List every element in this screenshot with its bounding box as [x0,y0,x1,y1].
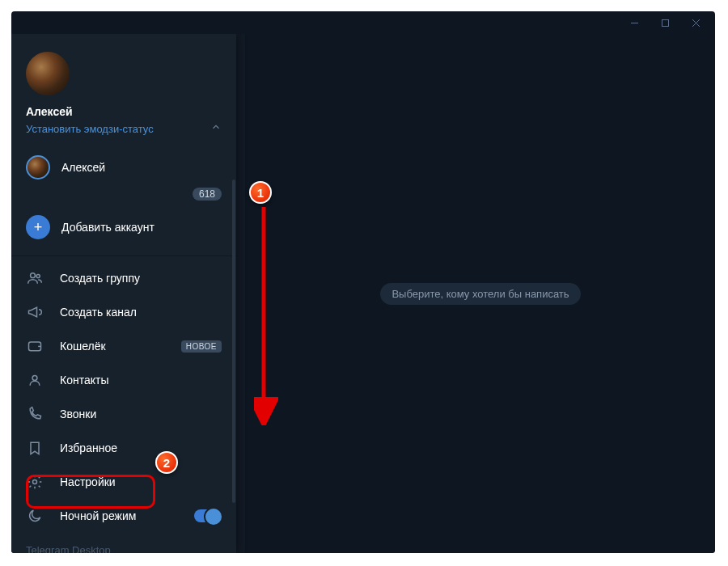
maximize-button[interactable] [650,13,679,32]
phone-icon [26,405,44,423]
new-badge: НОВОЕ [181,340,222,353]
svg-point-3 [36,274,40,277]
account-avatar [26,155,50,180]
side-drawer: Алексей Установить эмодзи-статус Алексей… [11,34,236,553]
contacts-icon [26,371,44,389]
main-area: Выберите, кому хотели бы написать [246,34,715,553]
menu-calls[interactable]: Звонки [11,397,236,431]
close-button[interactable] [681,13,710,32]
empty-placeholder: Выберите, кому хотели бы написать [380,283,580,305]
menu-night-mode[interactable]: Ночной режим [11,499,236,533]
svg-point-6 [33,480,37,484]
plus-icon: + [26,215,50,239]
menu-new-channel[interactable]: Создать канал [11,295,236,329]
menu-saved[interactable]: Избранное [11,431,236,465]
account-item[interactable]: Алексей [11,149,236,186]
bookmark-icon [26,439,44,457]
emoji-status-link[interactable]: Установить эмодзи-статус [26,123,154,135]
menu-wallet[interactable]: Кошелёк НОВОЕ [11,329,236,363]
group-icon [26,269,44,287]
minimize-button[interactable] [620,13,649,32]
unread-badge: 618 [193,188,222,201]
titlebar [11,11,715,34]
wallet-icon [26,337,44,355]
avatar[interactable] [26,52,70,95]
add-account-label: Добавить аккаунт [61,221,154,234]
profile-section: Алексей Установить эмодзи-статус [11,34,236,146]
drawer-scrollbar[interactable] [232,180,235,503]
account-name: Алексей [61,161,105,174]
megaphone-icon [26,303,44,321]
svg-rect-0 [662,19,668,26]
app-window: 12:51 …й-тентифи.. Сб …основым со.. Выбе… [11,11,715,553]
night-mode-toggle[interactable] [194,509,222,522]
menu-settings[interactable]: Настройки [11,465,236,499]
menu-new-group[interactable]: Создать группу [11,261,236,295]
chevron-up-icon[interactable] [210,121,222,136]
svg-point-2 [31,273,36,278]
svg-point-5 [32,376,37,381]
moon-icon [26,507,44,525]
divider [11,256,236,256]
menu-contacts[interactable]: Контакты [11,363,236,397]
gear-icon [26,473,44,491]
profile-name: Алексей [26,105,222,118]
app-version-label: Telegram Desktop [11,533,236,553]
add-account-item[interactable]: + Добавить аккаунт [11,207,236,247]
